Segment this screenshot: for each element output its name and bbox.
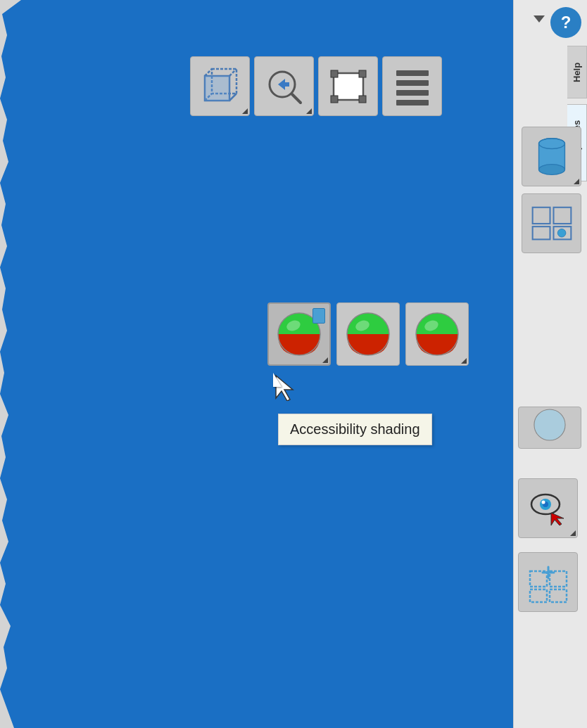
windows-button[interactable] [522, 193, 581, 253]
help-label: ? [561, 13, 572, 32]
cursor-arrow-icon [273, 373, 296, 401]
right-buttons-area [522, 42, 581, 256]
svg-line-2 [205, 69, 212, 76]
select-frame-button[interactable] [318, 56, 378, 116]
zoom-back-button[interactable] [254, 56, 314, 116]
dropdown-triangle [461, 358, 467, 364]
windows-icon [531, 206, 572, 241]
zoom-back-icon [263, 65, 306, 108]
svg-rect-16 [396, 90, 429, 96]
layers-icon [391, 65, 434, 108]
pencil-badge [313, 308, 325, 324]
partial-sphere-icon [526, 407, 574, 442]
svg-rect-36 [532, 226, 550, 239]
svg-rect-34 [532, 207, 550, 223]
svg-point-38 [557, 229, 566, 237]
plus-dashed-icon [524, 558, 572, 606]
svg-rect-12 [331, 96, 338, 103]
svg-marker-45 [551, 513, 564, 525]
sphere-tool-3-button[interactable] [405, 302, 469, 366]
dropdown-triangle [242, 108, 248, 114]
svg-point-30 [538, 164, 564, 174]
tooltip-text: Accessibility shading [290, 421, 420, 437]
sphere-tools-row [267, 302, 469, 366]
svg-rect-14 [396, 70, 429, 76]
svg-rect-13 [359, 96, 366, 103]
dropdown-triangle [574, 179, 579, 184]
dropdown-triangle [570, 530, 576, 536]
svg-rect-10 [331, 70, 338, 77]
tooltip: Accessibility shading [278, 414, 432, 445]
dropdown-triangle [306, 108, 312, 114]
help-button[interactable]: ? [550, 7, 581, 38]
svg-line-5 [229, 94, 236, 101]
eye-cursor-button[interactable] [518, 478, 581, 541]
svg-rect-48 [530, 589, 547, 602]
eye-cursor-icon [524, 485, 572, 532]
right-panel: ? Help Properties [513, 0, 587, 728]
svg-rect-35 [553, 207, 571, 223]
svg-marker-27 [276, 376, 293, 401]
partial-sphere-button[interactable] [518, 407, 581, 449]
add-element-button[interactable] [518, 552, 581, 615]
svg-point-44 [541, 500, 545, 504]
dropdown-triangle [322, 357, 328, 363]
sphere-icon-2 [344, 310, 392, 358]
sphere-icon-3 [413, 310, 461, 358]
dropdown-arrow[interactable] [534, 15, 545, 23]
toolbar-row [190, 56, 514, 116]
svg-rect-17 [396, 100, 429, 106]
cube-icon [199, 65, 241, 108]
svg-rect-11 [359, 70, 366, 77]
cylinder-button[interactable] [522, 127, 581, 186]
sphere-tool-2-button[interactable] [336, 302, 400, 366]
accessibility-shading-button[interactable] [267, 302, 331, 366]
svg-rect-6 [205, 76, 229, 101]
cylinder-icon [534, 136, 569, 178]
3d-view-button[interactable] [190, 56, 250, 116]
svg-rect-15 [396, 80, 429, 86]
svg-rect-49 [550, 589, 567, 602]
svg-line-8 [292, 94, 301, 103]
svg-line-3 [229, 69, 236, 76]
layers-button[interactable] [382, 56, 442, 116]
frame-icon [327, 65, 370, 108]
